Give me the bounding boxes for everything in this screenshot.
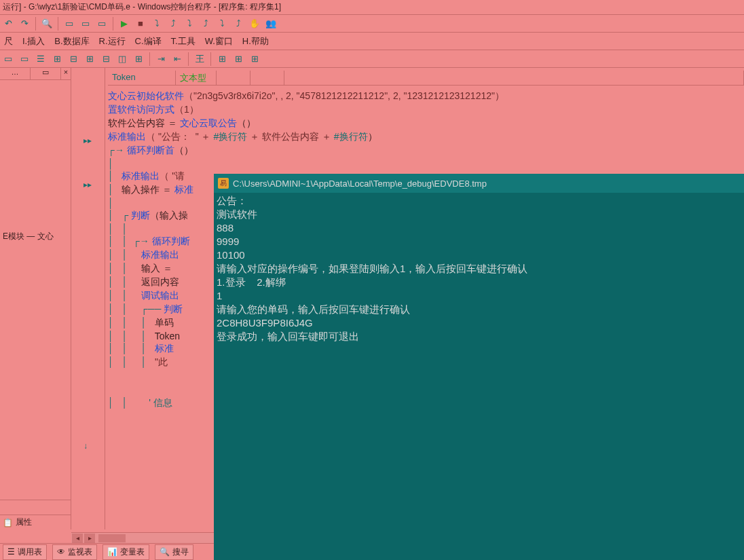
console-output: 公告： 测试软件 888 9999 10100 请输入对应的操作编号，如果登陆则… bbox=[214, 193, 744, 345]
var-grid-row: Token 文本型 bbox=[108, 71, 744, 86]
side-tab-properties[interactable]: 📋 属性 bbox=[0, 515, 71, 529]
code-line: 文心云初始化软件（"2n3g5v3r8x6i7i2o", , 2, "45781… bbox=[105, 90, 744, 103]
left-tab-2[interactable]: ▭ bbox=[31, 68, 61, 79]
var-c5[interactable] bbox=[284, 71, 744, 85]
scroll-thumb[interactable] bbox=[98, 534, 126, 542]
tb2-8-icon[interactable]: ◫ bbox=[115, 52, 129, 66]
bottom-vartable[interactable]: 📊变量表 bbox=[103, 544, 149, 560]
scroll-left-icon[interactable]: ◂ bbox=[72, 534, 83, 543]
console-window[interactable]: 易 C:\Users\ADMINI~1\AppData\Local\Temp\e… bbox=[214, 174, 744, 560]
menu-compile[interactable]: C.编译 bbox=[135, 35, 162, 48]
code-gutter: ▸▸ ▸▸ ↓ bbox=[71, 68, 105, 529]
properties-icon: 📋 bbox=[3, 518, 13, 527]
var-c3[interactable] bbox=[217, 71, 250, 85]
toolbar-main: ↶ ↷ 🔍 ▭ ▭ ▭ ▶ ■ ⤵ ⤴ ⤵ ⤴ ⤵ ⤴ ✋ 👥 bbox=[0, 15, 744, 33]
step5-icon[interactable]: ⤵ bbox=[215, 17, 229, 31]
left-tab-1[interactable]: … bbox=[0, 68, 31, 79]
eye-icon: 👁 bbox=[57, 547, 65, 557]
left-panel: … ▭ × E模块 — 文心 📋 属性 bbox=[0, 68, 71, 529]
layout2-icon[interactable]: ▭ bbox=[79, 17, 92, 31]
menu-help[interactable]: H.帮助 bbox=[242, 35, 269, 48]
hand-icon[interactable]: ✋ bbox=[248, 17, 261, 31]
left-module-label[interactable]: E模块 — 文心 bbox=[3, 231, 54, 242]
layout1-icon[interactable]: ▭ bbox=[62, 17, 76, 31]
redo-icon[interactable]: ↷ bbox=[18, 17, 31, 31]
var-name[interactable]: Token bbox=[108, 71, 176, 85]
tb2-6-icon[interactable]: ⊞ bbox=[83, 52, 96, 66]
console-titlebar[interactable]: 易 C:\Users\ADMINI~1\AppData\Local\Temp\e… bbox=[214, 174, 744, 193]
table-icon: ☰ bbox=[7, 547, 15, 557]
run-icon[interactable]: ▶ bbox=[117, 17, 131, 31]
step4-icon[interactable]: ⤴ bbox=[199, 17, 212, 31]
undo-icon[interactable]: ↶ bbox=[1, 17, 15, 31]
tb2-11-icon[interactable]: ⇤ bbox=[170, 52, 184, 66]
toolbar-secondary: ▭ ▭ ☰ ⊞ ⊟ ⊞ ⊟ ◫ ⊞ ⇥ ⇤ 王 ⊞ ⊞ ⊞ bbox=[0, 50, 744, 68]
code-line: 置软件访问方式（1） bbox=[105, 103, 744, 117]
properties-label: 属性 bbox=[16, 517, 32, 528]
menu-window[interactable]: W.窗口 bbox=[205, 35, 233, 48]
bottom-calltable[interactable]: ☰调用表 bbox=[3, 544, 47, 560]
step1-icon[interactable]: ⤵ bbox=[150, 17, 164, 31]
tb2-4-icon[interactable]: ⊞ bbox=[50, 52, 64, 66]
bottom-watch[interactable]: 👁监视表 bbox=[52, 544, 97, 560]
bottom-search[interactable]: 🔍搜寻 bbox=[155, 544, 193, 560]
step3-icon[interactable]: ⤵ bbox=[183, 17, 196, 31]
scroll-right-icon[interactable]: ▸ bbox=[84, 534, 95, 543]
code-line: ┌→ 循环判断首（） bbox=[105, 144, 744, 157]
tb2-3-icon[interactable]: ☰ bbox=[34, 52, 48, 66]
var-c4[interactable] bbox=[250, 71, 284, 85]
code-line: 软件公告内容 ＝ 文心云取公告（） bbox=[105, 117, 744, 130]
search-icon: 🔍 bbox=[160, 547, 170, 557]
title-bar: 运行] - G:\wlyz\1新验证\CMD单码.e - Windows控制台程… bbox=[0, 0, 744, 15]
stop-icon[interactable]: ■ bbox=[134, 17, 147, 31]
gutter-mark-1[interactable]: ▸▸ bbox=[83, 136, 92, 145]
tb2-14-icon[interactable]: ⊞ bbox=[231, 52, 245, 66]
menu-database[interactable]: B.数据库 bbox=[54, 35, 89, 48]
tb2-12-icon[interactable]: 王 bbox=[193, 52, 206, 66]
menu-run[interactable]: R.运行 bbox=[99, 35, 126, 48]
menu-insert[interactable]: I.插入 bbox=[22, 35, 45, 48]
menu-r[interactable]: 尺 bbox=[4, 35, 13, 48]
people-icon[interactable]: 👥 bbox=[264, 17, 278, 31]
gutter-mark-3[interactable]: ↓ bbox=[83, 441, 88, 451]
step2-icon[interactable]: ⤴ bbox=[166, 17, 180, 31]
tb2-7-icon[interactable]: ⊟ bbox=[99, 52, 113, 66]
menu-tools[interactable]: T.工具 bbox=[171, 35, 196, 48]
tb2-1-icon[interactable]: ▭ bbox=[1, 52, 15, 66]
code-line: │ bbox=[105, 157, 744, 170]
tb2-9-icon[interactable]: ⊞ bbox=[132, 52, 145, 66]
left-close-icon[interactable]: × bbox=[61, 68, 71, 79]
var-type[interactable]: 文本型 bbox=[176, 71, 217, 85]
tb2-13-icon[interactable]: ⊞ bbox=[215, 52, 229, 66]
tb2-15-icon[interactable]: ⊞ bbox=[248, 52, 261, 66]
tb2-2-icon[interactable]: ▭ bbox=[18, 52, 31, 66]
find-icon[interactable]: 🔍 bbox=[40, 17, 54, 31]
step6-icon[interactable]: ⤴ bbox=[231, 17, 245, 31]
side-tab-blank[interactable] bbox=[0, 500, 71, 515]
menu-bar: 尺 I.插入 B.数据库 R.运行 C.编译 T.工具 W.窗口 H.帮助 bbox=[0, 33, 744, 50]
gutter-mark-2[interactable]: ▸▸ bbox=[83, 180, 92, 189]
console-title-text: C:\Users\ADMINI~1\AppData\Local\Temp\e_d… bbox=[233, 179, 487, 189]
var-icon: 📊 bbox=[107, 547, 117, 557]
tb2-5-icon[interactable]: ⊟ bbox=[67, 52, 80, 66]
tb2-10-icon[interactable]: ⇥ bbox=[154, 52, 168, 66]
console-app-icon: 易 bbox=[218, 178, 229, 189]
code-line: 标准输出（ "公告： " ＋ #换行符 ＋ 软件公告内容 ＋ #换行符） bbox=[105, 130, 744, 144]
left-tree[interactable] bbox=[0, 80, 71, 86]
layout3-icon[interactable]: ▭ bbox=[95, 17, 109, 31]
